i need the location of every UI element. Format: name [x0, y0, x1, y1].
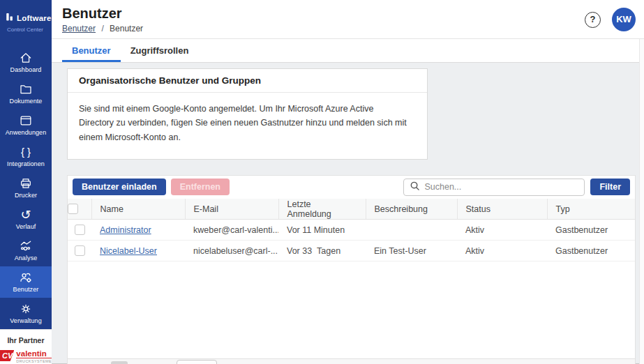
folder-icon	[1, 82, 50, 96]
valentin-logo-subtitle: DRUCKSYSTEME	[16, 359, 52, 363]
first-page-button[interactable]	[73, 361, 89, 364]
loftware-logo: Loftware Control Center	[0, 0, 52, 36]
column-header-email: E-Mail	[185, 199, 278, 220]
column-header-name: Name	[91, 199, 185, 220]
user-email: nicelabeluser@carl-...	[185, 241, 278, 261]
users-gear-icon	[1, 271, 50, 285]
user-last-login: Vor 33 Tagen	[278, 241, 366, 261]
loftware-logo-icon	[6, 11, 15, 24]
row-checkbox[interactable]	[75, 245, 85, 256]
page-title: Benutzer	[52, 0, 644, 22]
app-root: Loftware Control Center Dashboard Dokume…	[0, 0, 644, 364]
users-toolbar: Benutzer einladen Entfernen Filter	[68, 176, 635, 199]
sidebar-item-verwaltung[interactable]: Verwaltung	[0, 298, 52, 329]
sidebar-item-anwendungen[interactable]: Anwendungen	[0, 109, 52, 141]
sidebar-item-integrationen[interactable]: { } Integrationen	[0, 141, 52, 172]
infobox-title: Organisatorische Benutzer und Gruppen	[68, 69, 427, 93]
main-area: Benutzer Benutzer / Benutzer ? KW Benutz…	[52, 0, 644, 364]
user-description: Ein Test-User	[366, 241, 457, 261]
analytics-icon	[1, 239, 50, 253]
users-panel: Benutzer einladen Entfernen Filter	[67, 175, 636, 364]
brand-subtitle: Control Center	[6, 26, 49, 33]
breadcrumb-root-link[interactable]: Benutzer	[62, 24, 96, 33]
topbar: Benutzer Benutzer / Benutzer ? KW	[52, 0, 644, 39]
tab-zugriffsrollen[interactable]: Zugriffsrollen	[121, 39, 199, 62]
column-header-type: Typ	[547, 199, 635, 220]
infobox-body: Sie sind mit einem Google-Konto angemeld…	[68, 93, 427, 159]
current-page-indicator[interactable]: 1	[111, 361, 128, 364]
sidebar-item-drucker[interactable]: Drucker	[0, 172, 52, 204]
column-header-description: Beschreibung	[366, 199, 457, 220]
window-icon	[1, 114, 50, 128]
content: Organisatorische Benutzer und Gruppen Si…	[52, 63, 644, 364]
pagination-bar: 1 20 ▼ Elemente pro Seite 1 - 5 von 5 Po…	[68, 358, 635, 364]
user-last-login: Vor 11 Minuten	[278, 220, 366, 241]
avatar[interactable]: KW	[612, 8, 636, 31]
sidebar: Loftware Control Center Dashboard Dokume…	[0, 0, 52, 364]
help-icon[interactable]: ?	[585, 12, 601, 28]
user-description	[366, 220, 457, 241]
brand-name: Loftware	[17, 14, 52, 22]
valentin-logo-mark: CV	[0, 350, 14, 361]
table-row: Administrator kweber@carl-valenti... Vor…	[68, 220, 635, 241]
previous-page-button[interactable]	[91, 361, 107, 364]
column-header-status: Status	[457, 199, 547, 220]
row-checkbox[interactable]	[75, 225, 85, 235]
home-icon	[1, 51, 50, 65]
breadcrumb-current: Benutzer	[110, 24, 143, 33]
next-page-button[interactable]	[132, 361, 147, 364]
table-row: Nicelabel-User nicelabeluser@carl-... Vo…	[68, 241, 635, 261]
user-name-link[interactable]: Nicelabel-User	[100, 246, 157, 256]
partner-label: Ihr Partner	[0, 336, 52, 344]
sidebar-item-dashboard[interactable]: Dashboard	[0, 47, 52, 78]
invite-user-button[interactable]: Benutzer einladen	[73, 179, 166, 195]
valentin-logo-name: valentin	[16, 350, 52, 358]
tab-benutzer[interactable]: Benutzer	[62, 39, 121, 62]
sidebar-item-dokumente[interactable]: Dokumente	[0, 78, 52, 109]
sidebar-item-verlauf[interactable]: ↺ Verlauf	[0, 204, 52, 235]
user-name-link[interactable]: Administrator	[100, 225, 151, 235]
user-status: Aktiv	[457, 220, 547, 241]
org-users-infobox: Organisatorische Benutzer und Gruppen Si…	[67, 68, 428, 160]
search-icon	[410, 181, 420, 194]
page-size-select[interactable]: 20 ▼	[177, 360, 217, 364]
sidebar-nav: Dashboard Dokumente Anwendungen { }	[0, 47, 52, 329]
printer-icon	[1, 176, 50, 190]
history-icon: ↺	[1, 208, 50, 222]
sidebar-item-benutzer[interactable]: Benutzer	[0, 266, 52, 298]
user-email: kweber@carl-valenti...	[185, 220, 278, 241]
remove-button[interactable]: Entfernen	[171, 179, 230, 195]
breadcrumb: Benutzer / Benutzer	[52, 22, 644, 33]
user-status: Aktiv	[457, 241, 547, 261]
column-header-last-login: Letzte Anmeldung	[278, 199, 366, 220]
scrollbar-track[interactable]	[639, 39, 644, 364]
search-box	[403, 179, 585, 196]
sidebar-item-analyse[interactable]: Analyse	[0, 235, 52, 266]
user-type: Gastbenutzer	[547, 241, 635, 261]
partner-section: Ihr Partner CV valentin DRUCKSYSTEME	[0, 329, 52, 364]
sidebar-nav-area: Loftware Control Center Dashboard Dokume…	[0, 0, 52, 329]
tabbar: Benutzer Zugriffsrollen	[52, 39, 644, 63]
user-type: Gastbenutzer	[547, 220, 635, 241]
braces-icon: { }	[1, 145, 50, 159]
select-all-checkbox[interactable]	[68, 204, 78, 214]
valentin-logo: CV valentin DRUCKSYSTEME	[0, 350, 52, 363]
filter-button[interactable]: Filter	[590, 179, 630, 195]
last-page-button[interactable]	[150, 361, 165, 364]
gear-icon	[1, 302, 50, 316]
table-header-row: Name E-Mail Letzte Anmeldung Beschreibun…	[68, 199, 635, 220]
breadcrumb-separator: /	[101, 24, 103, 33]
users-table: Name E-Mail Letzte Anmeldung Beschreibun…	[68, 199, 635, 262]
search-input[interactable]	[424, 182, 578, 192]
